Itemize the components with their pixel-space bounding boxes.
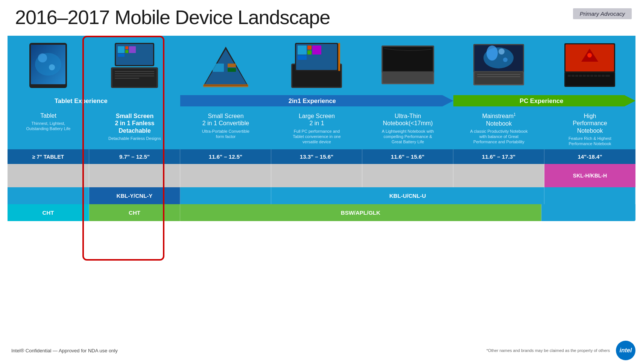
svg-text:PC Experience: PC Experience — [520, 97, 563, 105]
large-2in1-device-image — [289, 41, 344, 90]
tablet-exp-container: Tablet Experience — [8, 94, 180, 109]
small-fanless-cht-text: CHT — [129, 209, 140, 216]
svg-point-4 — [38, 53, 47, 62]
exp-and-labels-section: Tablet Experience 2in1 Experience — [8, 94, 635, 149]
small-convertible-gray-cell — [180, 164, 271, 187]
small-convertible-size: 11.6" – 12.5" — [180, 149, 271, 164]
small-fanless-size-text: 9.7" – 12.5" — [119, 153, 150, 160]
high-perf-label-cell: HighPerformanceNotebook Feature Rich & H… — [544, 112, 635, 146]
svg-rect-57 — [587, 75, 590, 77]
tablet-exp-arrow-svg: Tablet Experience — [8, 94, 180, 108]
tablet-sub-label: Thinnest, Lightest,Outstanding Battery L… — [26, 121, 70, 132]
tablet-label-cell: Tablet Thinnest, Lightest,Outstanding Ba… — [8, 112, 89, 146]
small-fanless-main-label: Small Screen2 in 1 FanlessDetachable — [115, 112, 155, 134]
high-perf-sub-label: Feature Rich & HighestPerformance Notebo… — [569, 136, 611, 147]
svg-rect-61 — [602, 75, 605, 77]
bottom-proc-row: CHT CHT BSW/APL/GLK — [8, 204, 635, 221]
svg-rect-15 — [125, 46, 128, 49]
mainstream-size: 11.6" – 17.3" — [453, 149, 544, 164]
svg-point-47 — [486, 46, 498, 61]
high-perf-size: 14"-18.4" — [544, 149, 635, 164]
small-fanless-proc-cell: KBL-Y/CNL-Y — [89, 187, 180, 204]
high-perf-device-image — [562, 41, 617, 90]
svg-rect-11 — [115, 78, 139, 79]
small-fanless-size: 9.7" – 12.5" — [89, 149, 180, 164]
ultrathin-image-cell — [362, 39, 453, 91]
small-convertible-device-image — [199, 41, 252, 90]
svg-rect-36 — [383, 72, 433, 83]
small-convertible-size-text: 11.6" – 12.5" — [209, 153, 242, 160]
ultrathin-device-image — [380, 41, 436, 90]
tablet-gray-cell — [8, 164, 89, 187]
tablet-main-label: Tablet — [40, 112, 56, 119]
large-2in1-image-cell — [271, 39, 362, 91]
processor-row: KBL-Y/CNL-Y KBL-U/CNL-U — [8, 187, 635, 204]
svg-text:Tablet Experience: Tablet Experience — [55, 97, 108, 105]
mainstream-main-label: Mainstream1Notebook — [482, 112, 515, 127]
large-2in1-size: 13.3" – 15.6" — [271, 149, 362, 164]
chips-row: SKL-H/KBL-H — [8, 164, 635, 187]
bsw-apl-cell: BSW/APL/GLK — [180, 204, 541, 221]
large-2in1-size-text: 13.3" – 15.6" — [300, 153, 333, 160]
svg-rect-9 — [115, 73, 154, 74]
svg-rect-16 — [125, 50, 128, 53]
ultrathin-gray-cell — [362, 164, 453, 187]
large-2in1-gray-cell — [271, 164, 362, 187]
high-perf-proc-empty-cell — [544, 187, 635, 204]
tablet-proc-cell — [8, 187, 89, 204]
svg-rect-30 — [307, 46, 312, 50]
small-convertible-image-cell — [180, 39, 271, 91]
intel-logo-text: intel — [620, 347, 632, 354]
high-perf-main-label: HighPerformanceNotebook — [573, 112, 607, 134]
small-fanless-proc-text: KBL-Y/CNL-Y — [117, 193, 153, 199]
svg-rect-43 — [477, 76, 520, 77]
footer-disclaimer: *Other names and brands may be claimed a… — [486, 348, 610, 353]
high-perf-chip-cell: SKL-H/KBL-H — [544, 164, 635, 187]
svg-rect-21 — [213, 64, 224, 72]
svg-rect-29 — [298, 46, 307, 55]
svg-rect-8 — [115, 71, 154, 72]
small-fanless-cht-cell: CHT — [89, 204, 180, 221]
footer-confidential: Intel® Confidential — Approved for NDA u… — [11, 348, 118, 353]
main-content: Tablet Experience 2in1 Experience — [0, 32, 643, 336]
small-fanless-image-cell — [89, 39, 180, 91]
svg-rect-53 — [572, 75, 575, 77]
footer: Intel® Confidential — Approved for NDA u… — [0, 336, 643, 364]
mainstream-device-image — [471, 41, 526, 90]
footer-right-section: *Other names and brands may be claimed a… — [486, 341, 635, 360]
primary-advocacy-badge: Primary Advocacy — [573, 8, 632, 19]
tablet-cht-cell: CHT — [8, 204, 89, 221]
large-2in1-sub-label: Full PC performance andTablet convenienc… — [293, 129, 341, 145]
svg-rect-17 — [129, 46, 136, 53]
page-title: 2016–2017 Mobile Device Landscape — [15, 7, 330, 28]
svg-rect-32 — [312, 46, 321, 55]
small-convertible-proc-cell — [180, 187, 271, 204]
svg-rect-62 — [605, 75, 610, 77]
svg-text:2in1 Experience: 2in1 Experience — [289, 97, 336, 105]
svg-rect-23 — [228, 68, 236, 72]
header-area: 2016–2017 Mobile Device Landscape Primar… — [0, 0, 643, 32]
svg-rect-24 — [203, 84, 248, 87]
small-convertible-label-cell: Small Screen2 in 1 Convertible Ultra-Por… — [180, 112, 271, 146]
ultrathin-sub-label: A Lightweight Notebook withcompelling Pe… — [382, 129, 434, 145]
small-fanless-sub-label: Detachable Fanless Designs — [108, 136, 161, 141]
svg-rect-18 — [118, 54, 125, 57]
tablet-size-text: ≥ 7" TABLET — [32, 154, 64, 160]
svg-rect-42 — [477, 74, 520, 75]
svg-rect-58 — [590, 75, 593, 77]
intel-logo-container: intel — [616, 341, 635, 360]
skl-h-chip: SKL-H/KBL-H — [544, 164, 635, 187]
ultrathin-size: 11.6" – 15.6" — [362, 149, 453, 164]
kbl-u-proc-text: KBL-U/CNL-U — [389, 193, 426, 199]
small-convertible-main-label: Small Screen2 in 1 Convertible — [202, 112, 249, 127]
landscape-table: Tablet Experience 2in1 Experience — [8, 36, 635, 221]
images-row — [8, 36, 635, 94]
svg-rect-10 — [115, 76, 154, 76]
kbl-u-proc-cell: KBL-U/CNL-U — [271, 187, 544, 204]
pc-exp-arrow-svg: PC Experience — [453, 94, 635, 108]
ultrathin-label-cell: Ultra-ThinNotebook(<17mm) A Lightweight … — [362, 112, 453, 146]
pc-exp-container: PC Experience — [453, 94, 635, 109]
small-fanless-gray-cell — [89, 164, 180, 187]
svg-rect-41 — [474, 72, 523, 84]
svg-rect-33 — [298, 55, 307, 60]
